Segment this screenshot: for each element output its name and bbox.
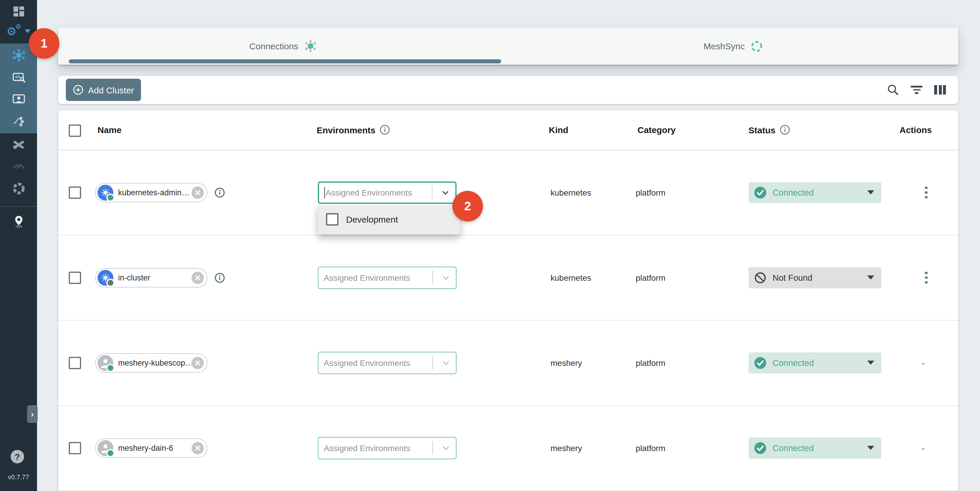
environments-select[interactable]: Assigned Environments — [318, 437, 457, 459]
select-divider — [433, 441, 433, 454]
sidebar-item-dashboard[interactable] — [0, 1, 37, 21]
table-header: Name Environments Kind Category Status A… — [58, 110, 958, 150]
connection-name: meshery-dain-6 — [113, 443, 191, 452]
mesh-network-icon — [11, 48, 25, 62]
table-row: in-cluster Assigned Environments kuberne… — [58, 235, 958, 321]
code-wrench-icon: <> — [11, 70, 25, 84]
chevron-down-icon — [25, 29, 30, 33]
connection-info-icon[interactable] — [215, 272, 225, 283]
select-divider — [433, 356, 433, 369]
col-kind: Kind — [549, 125, 568, 135]
row-checkbox[interactable] — [69, 186, 81, 199]
segmented-ring-icon — [11, 181, 25, 195]
search-icon[interactable] — [886, 83, 899, 96]
sidebar-item-extensions[interactable] — [0, 178, 37, 199]
option-checkbox[interactable] — [326, 213, 339, 226]
row-checkbox[interactable] — [69, 271, 81, 284]
status-caret-icon — [867, 446, 874, 450]
text-cursor — [324, 186, 325, 198]
status-label: Not Found — [773, 273, 812, 282]
annotation-badge-1: 1 — [29, 28, 59, 59]
status-dot — [107, 364, 115, 372]
add-cluster-button[interactable]: Add Cluster — [66, 79, 141, 101]
sidebar-expand-button[interactable]: › — [27, 405, 38, 423]
tab-strip: Connections MeshSync — [58, 28, 958, 65]
status-chip[interactable]: Connected — [749, 437, 881, 458]
sidebar-item-performance[interactable] — [0, 155, 37, 175]
connection-info-icon[interactable] — [215, 187, 225, 198]
table-row: kubernetes-admin… Assigned Environments … — [58, 150, 958, 235]
select-open-button[interactable] — [438, 357, 453, 369]
actions-menu-icon[interactable] — [921, 184, 931, 201]
remove-connection-button[interactable] — [191, 271, 204, 284]
kind-cell: meshery — [550, 443, 582, 453]
category-cell: platform — [636, 443, 665, 453]
kind-cell: kubernetes — [550, 273, 591, 282]
status-chip[interactable]: Connected — [749, 352, 881, 373]
chevron-down-icon — [441, 188, 450, 197]
connection-name: kubernetes-admin… — [113, 188, 191, 197]
environments-dropdown: Development — [318, 205, 460, 234]
meshsync-tab-icon — [750, 40, 763, 52]
connection-chip[interactable]: kubernetes-admin… — [95, 183, 207, 202]
filter-icon[interactable] — [910, 83, 923, 99]
actions-menu-icon[interactable] — [921, 269, 931, 286]
remove-icon — [194, 359, 201, 366]
sidebar-item-topology[interactable] — [0, 111, 37, 132]
svg-text:<>: <> — [15, 75, 20, 79]
col-environments[interactable]: Environments — [317, 124, 390, 135]
option-label[interactable]: Development — [346, 215, 398, 224]
status-chip[interactable]: Connected — [749, 182, 881, 203]
map-pin-icon — [11, 215, 25, 229]
status-caret-icon — [867, 190, 874, 194]
connection-chip[interactable]: meshery-dain-6 — [95, 438, 207, 458]
remove-icon — [194, 274, 201, 281]
help-icon: ? — [15, 452, 20, 462]
remove-connection-button[interactable] — [191, 186, 204, 199]
tab-meshsync-label: MeshSync — [703, 41, 745, 51]
environments-placeholder: Assigned Environments — [324, 443, 433, 453]
dashboard-icon — [13, 6, 24, 16]
remove-icon — [194, 189, 201, 195]
connection-name: in-cluster — [113, 273, 191, 282]
select-open-button[interactable] — [438, 442, 453, 454]
status-dot — [107, 278, 115, 287]
environments-placeholder: Assigned Environments — [324, 358, 433, 367]
sidebar-item-adapters[interactable]: <> — [0, 68, 37, 87]
expand-chevron-icon: › — [31, 409, 33, 419]
status-caret-icon — [867, 275, 874, 280]
meshery-connections-page: ⚙⚙ <> — [0, 0, 980, 491]
add-cluster-label: Add Cluster — [88, 85, 134, 95]
sidebar-item-location[interactable] — [0, 211, 37, 231]
sidebar-item-configuration[interactable] — [0, 135, 37, 154]
connection-chip[interactable]: in-cluster — [95, 268, 207, 287]
environments-select[interactable]: Assigned Environments — [318, 181, 457, 203]
select-open-button[interactable] — [438, 186, 453, 198]
help-button[interactable]: ? — [11, 450, 24, 463]
info-icon[interactable] — [780, 124, 790, 135]
connections-table: Name Environments Kind Category Status A… — [58, 110, 958, 491]
select-all-checkbox[interactable] — [69, 124, 81, 137]
view-columns-icon[interactable] — [934, 83, 947, 98]
remove-connection-button[interactable] — [191, 442, 204, 454]
sidebar-item-profiles[interactable] — [0, 89, 37, 109]
col-status[interactable]: Status — [749, 124, 790, 135]
remove-icon — [194, 445, 201, 451]
environments-select[interactable]: Assigned Environments — [318, 351, 457, 374]
gears-icon: ⚙⚙ — [6, 25, 16, 37]
info-icon[interactable] — [380, 124, 390, 135]
select-open-button[interactable] — [438, 272, 453, 283]
tab-meshsync[interactable]: MeshSync — [508, 28, 958, 65]
status-chip[interactable]: Not Found — [749, 267, 881, 288]
check-circle-icon — [754, 186, 767, 199]
check-circle-icon — [754, 442, 767, 454]
remove-connection-button[interactable] — [191, 356, 204, 369]
row-checkbox[interactable] — [69, 356, 81, 369]
environments-select[interactable]: Assigned Environments — [318, 266, 457, 289]
connection-chip[interactable]: meshery-kubescop… — [95, 353, 207, 372]
row-checkbox[interactable] — [69, 442, 81, 454]
status-label: Connected — [773, 358, 814, 367]
person-avatar — [97, 440, 113, 456]
actions-none: - — [922, 443, 924, 453]
not-found-icon — [754, 271, 767, 284]
